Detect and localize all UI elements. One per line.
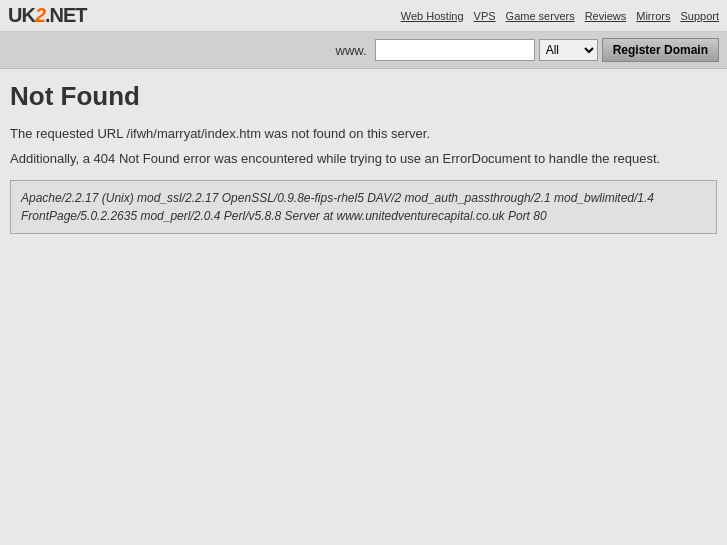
www-label: www. <box>336 43 367 58</box>
tld-select[interactable]: All .com .co.uk .net .org <box>539 39 598 61</box>
header: UK2.NET Web Hosting VPS Game servers Rev… <box>0 0 727 32</box>
nav-support[interactable]: Support <box>680 10 719 22</box>
logo-net: .NET <box>45 4 87 26</box>
logo-uk: UK <box>8 4 35 26</box>
nav-vps[interactable]: VPS <box>474 10 496 22</box>
page-title: Not Found <box>10 81 717 112</box>
domain-input[interactable] <box>375 39 535 61</box>
register-domain-button[interactable]: Register Domain <box>602 38 719 62</box>
nav-mirrors[interactable]: Mirrors <box>636 10 670 22</box>
nav-web-hosting[interactable]: Web Hosting <box>401 10 464 22</box>
top-nav: Web Hosting VPS Game servers Reviews Mir… <box>401 10 719 22</box>
main-content: Not Found The requested URL /ifwh/marrya… <box>0 69 727 246</box>
error-message-1: The requested URL /ifwh/marryat/index.ht… <box>10 126 717 141</box>
logo-text: UK2.NET <box>8 4 87 27</box>
search-bar: www. All .com .co.uk .net .org Register … <box>0 32 727 69</box>
logo-two: 2 <box>35 4 45 26</box>
server-info: Apache/2.2.17 (Unix) mod_ssl/2.2.17 Open… <box>10 180 717 234</box>
error-message-2: Additionally, a 404 Not Found error was … <box>10 151 717 166</box>
nav-game-servers[interactable]: Game servers <box>506 10 575 22</box>
logo: UK2.NET <box>8 4 87 27</box>
nav-reviews[interactable]: Reviews <box>585 10 627 22</box>
